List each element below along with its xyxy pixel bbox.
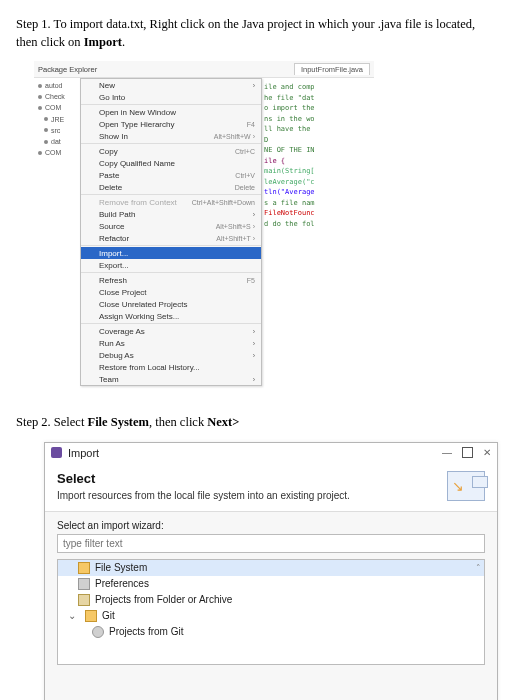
step2-instruction: Step 2. Select File System, then click N…: [16, 414, 499, 432]
wizard-list[interactable]: ˄ File System Preferences Projects from …: [57, 559, 485, 665]
preferences-icon: [78, 578, 90, 590]
step2-bold2: Next>: [207, 415, 239, 429]
wizard-git-group[interactable]: ⌄Git: [58, 608, 484, 624]
minimize-icon[interactable]: —: [442, 447, 452, 458]
dialog-title: Import: [68, 447, 442, 459]
package-explorer-tree[interactable]: autod Check COM JRE src dat COM: [34, 78, 80, 158]
context-menu: New› Go Into Open in New Window Open Typ…: [80, 78, 262, 386]
menu-run-as[interactable]: Run As›: [81, 337, 261, 349]
wizard-preferences[interactable]: Preferences: [58, 576, 484, 592]
editor-tab[interactable]: InputFromFile.java: [294, 63, 370, 75]
step1-post: .: [122, 35, 125, 49]
menu-refresh[interactable]: RefreshF5: [81, 274, 261, 286]
eclipse-screenshot: Package Explorer InputFromFile.java auto…: [34, 61, 374, 386]
menu-close-project[interactable]: Close Project: [81, 286, 261, 298]
folder-icon: [85, 610, 97, 622]
menu-copy-qualified[interactable]: Copy Qualified Name: [81, 157, 261, 169]
menu-export[interactable]: Export...: [81, 259, 261, 271]
dialog-description: Import resources from the local file sys…: [57, 490, 435, 501]
wizard-label: Select an import wizard:: [57, 520, 485, 531]
chevron-down-icon: ⌄: [68, 610, 76, 621]
scroll-up-icon[interactable]: ˄: [476, 563, 481, 573]
menu-close-unrelated[interactable]: Close Unrelated Projects: [81, 298, 261, 310]
wizard-projects-git[interactable]: Projects from Git: [58, 624, 484, 640]
menu-import[interactable]: Import...: [81, 247, 261, 259]
eclipse-tabbar: Package Explorer InputFromFile.java: [34, 61, 374, 78]
close-icon[interactable]: ✕: [483, 447, 491, 458]
step1-instruction: Step 1. To import data.txt, Right click …: [16, 16, 499, 51]
menu-new[interactable]: New›: [81, 79, 261, 91]
menu-show-in[interactable]: Show InAlt+Shift+W ›: [81, 130, 261, 142]
dialog-heading: Select: [57, 471, 435, 486]
menu-refactor[interactable]: RefactorAlt+Shift+T ›: [81, 232, 261, 244]
menu-remove-context[interactable]: Remove from ContextCtrl+Alt+Shift+Down: [81, 196, 261, 208]
filter-input[interactable]: [57, 534, 485, 553]
import-dialog: Import — ✕ Select Import resources from …: [44, 442, 498, 701]
menu-coverage-as[interactable]: Coverage As›: [81, 325, 261, 337]
maximize-icon[interactable]: [462, 447, 473, 458]
menu-build-path[interactable]: Build Path›: [81, 208, 261, 220]
menu-open-type-hierarchy[interactable]: Open Type HierarchyF4: [81, 118, 261, 130]
step1-bold: Import: [84, 35, 122, 49]
menu-team[interactable]: Team›: [81, 373, 261, 385]
menu-delete[interactable]: DeleteDelete: [81, 181, 261, 193]
step2-mid: , then click: [149, 415, 207, 429]
wizard-projects-archive[interactable]: Projects from Folder or Archive: [58, 592, 484, 608]
package-explorer-tab[interactable]: Package Explorer: [38, 65, 97, 74]
editor-code-fragment: ile and comp he file "dat o import the n…: [262, 78, 358, 233]
eclipse-icon: [51, 447, 62, 458]
menu-debug-as[interactable]: Debug As›: [81, 349, 261, 361]
menu-copy[interactable]: CopyCtrl+C: [81, 145, 261, 157]
menu-assign-ws[interactable]: Assign Working Sets...: [81, 310, 261, 322]
menu-open-new-window[interactable]: Open in New Window: [81, 106, 261, 118]
menu-restore-local[interactable]: Restore from Local History...: [81, 361, 261, 373]
git-icon: [92, 626, 104, 638]
step2-pre: Step 2. Select: [16, 415, 88, 429]
folder-icon: [78, 562, 90, 574]
import-banner-icon: ↘: [447, 471, 485, 501]
menu-source[interactable]: SourceAlt+Shift+S ›: [81, 220, 261, 232]
dialog-header: Select Import resources from the local f…: [45, 463, 497, 511]
menu-paste[interactable]: PasteCtrl+V: [81, 169, 261, 181]
archive-icon: [78, 594, 90, 606]
step2-bold1: File System: [88, 415, 149, 429]
menu-go-into[interactable]: Go Into: [81, 91, 261, 103]
wizard-file-system[interactable]: File System: [58, 560, 484, 576]
dialog-titlebar: Import — ✕: [45, 443, 497, 463]
